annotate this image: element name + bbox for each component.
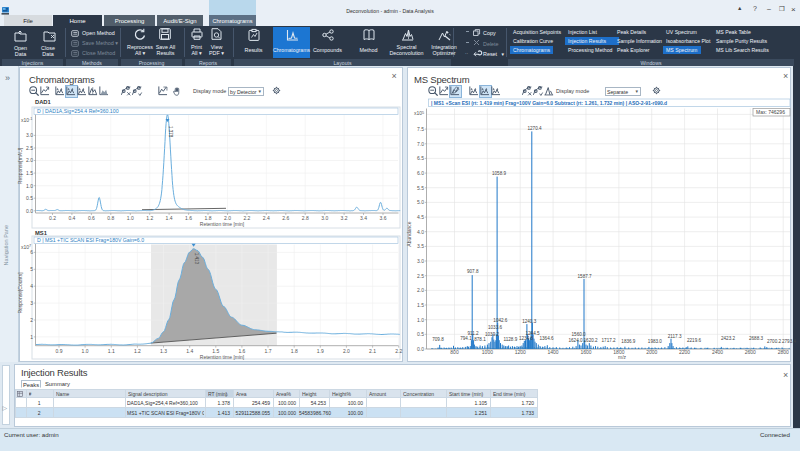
svg-text:2117.3: 2117.3: [668, 334, 682, 339]
svg-text:4.0: 4.0: [417, 229, 424, 235]
svg-text:2600: 2600: [745, 349, 756, 355]
svg-text:2700.2: 2700.2: [767, 339, 781, 344]
svg-text:1128.9: 1128.9: [504, 337, 518, 342]
svg-text:1.5: 1.5: [417, 302, 424, 308]
svg-text:794.1: 794.1: [460, 336, 472, 341]
svg-text:2200: 2200: [679, 349, 690, 355]
svg-text:0.5: 0.5: [26, 195, 33, 201]
svg-text:Max: 746296: Max: 746296: [756, 109, 785, 115]
svg-text:1.7: 1.7: [265, 348, 272, 354]
svg-text:911.2: 911.2: [467, 331, 479, 336]
svg-text:2.0: 2.0: [417, 287, 424, 293]
svg-text:0.2: 0.2: [49, 215, 56, 221]
svg-text:2.2: 2.2: [243, 215, 250, 221]
svg-text:2.5: 2.5: [26, 145, 33, 151]
svg-text:2.0: 2.0: [343, 348, 350, 354]
svg-text:3.6: 3.6: [380, 215, 387, 221]
svg-text:0.4: 0.4: [68, 215, 75, 221]
svg-text:3.5: 3.5: [417, 243, 424, 249]
svg-text:Abundance: Abundance: [406, 221, 412, 247]
svg-text:2219.6: 2219.6: [687, 338, 701, 343]
svg-text:1240.3: 1240.3: [522, 319, 536, 324]
svg-text:x10-1: x10-1: [21, 117, 32, 123]
svg-text:x105: x105: [414, 110, 424, 116]
svg-text:2400: 2400: [712, 349, 723, 355]
svg-text:6.0: 6.0: [417, 170, 424, 176]
svg-text:2800: 2800: [778, 349, 789, 355]
svg-text:1.0: 1.0: [127, 215, 134, 221]
svg-text:1: 1: [30, 334, 33, 340]
svg-text:1836.9: 1836.9: [621, 339, 635, 344]
svg-text:1.378: 1.378: [168, 126, 173, 138]
svg-text:800: 800: [450, 349, 459, 355]
svg-text:1033.6: 1033.6: [488, 325, 502, 330]
svg-text:1.3: 1.3: [160, 348, 167, 354]
svg-text:Retention time [min]: Retention time [min]: [200, 354, 245, 360]
svg-text:1270.4: 1270.4: [527, 126, 541, 131]
svg-text:1717.2: 1717.2: [602, 338, 616, 343]
svg-text:D | MS1 +TIC SCAN ESI Frag=180: D | MS1 +TIC SCAN ESI Frag=180V Gain=6.0: [37, 237, 144, 243]
svg-text:Response[Counts]: Response[Counts]: [17, 272, 23, 314]
svg-text:2.2: 2.2: [395, 348, 402, 354]
svg-text:0.0: 0.0: [417, 346, 424, 352]
svg-text:0.8: 0.8: [107, 215, 114, 221]
svg-text:D | DAD1A,Sig=254.4 Ref=360.10: D | DAD1A,Sig=254.4 Ref=360.100: [37, 108, 119, 114]
svg-text:1600: 1600: [580, 349, 591, 355]
svg-text:Retention time [min]: Retention time [min]: [200, 221, 245, 227]
svg-text:0.5: 0.5: [417, 331, 424, 337]
svg-text:1.5: 1.5: [26, 170, 33, 176]
svg-text:1.1: 1.1: [108, 348, 115, 354]
svg-text:1234.8: 1234.8: [519, 336, 533, 341]
svg-text:1.6: 1.6: [185, 215, 192, 221]
svg-text:1.4: 1.4: [186, 348, 193, 354]
svg-text:1.0: 1.0: [417, 317, 424, 323]
svg-text:1.2: 1.2: [146, 215, 153, 221]
svg-text:2.1: 2.1: [369, 348, 376, 354]
svg-text:0.6: 0.6: [88, 215, 95, 221]
svg-text:1.0: 1.0: [26, 183, 33, 189]
svg-text:0.0: 0.0: [26, 208, 33, 214]
svg-text:4.5: 4.5: [417, 214, 424, 220]
svg-text:1587.7: 1587.7: [578, 274, 592, 279]
svg-text:1620.2: 1620.2: [584, 338, 598, 343]
svg-text:2.5: 2.5: [417, 273, 424, 279]
svg-text:1.413: 1.413: [194, 253, 199, 265]
svg-text:1244.5: 1244.5: [525, 331, 539, 336]
svg-text:2000: 2000: [646, 349, 657, 355]
svg-text:2.0: 2.0: [26, 157, 33, 163]
svg-text:5: 5: [30, 266, 33, 272]
svg-text:3: 3: [30, 300, 33, 306]
svg-text:5.0: 5.0: [417, 199, 424, 205]
svg-text:3.0: 3.0: [26, 132, 33, 138]
svg-text:2.8: 2.8: [302, 215, 309, 221]
svg-text:1364.6: 1364.6: [539, 336, 553, 341]
svg-text:1058.9: 1058.9: [492, 171, 506, 176]
svg-text:2.4: 2.4: [263, 215, 270, 221]
svg-text:7.0: 7.0: [417, 141, 424, 147]
svg-text:2.6: 2.6: [282, 215, 289, 221]
svg-text:907.8: 907.8: [467, 269, 479, 274]
svg-text:6: 6: [30, 249, 33, 255]
svg-text:1624.0: 1624.0: [568, 338, 582, 343]
svg-text:1560.0: 1560.0: [572, 332, 586, 337]
svg-text:709.8: 709.8: [432, 337, 444, 342]
svg-text:6.5: 6.5: [417, 155, 424, 161]
svg-text:1039.2: 1039.2: [485, 332, 499, 337]
svg-text:7.5: 7.5: [417, 126, 424, 132]
svg-text:4: 4: [30, 283, 33, 289]
svg-text:Response[mAU]: Response[mAU]: [17, 147, 23, 184]
svg-text:0.9: 0.9: [56, 348, 63, 354]
svg-text:2: 2: [30, 317, 33, 323]
svg-text:| MS1 +Scan ESI (rt: 1.419 min: | MS1 +Scan ESI (rt: 1.419 min) Frag=100…: [431, 100, 667, 106]
svg-text:1.8: 1.8: [291, 348, 298, 354]
svg-text:1000: 1000: [482, 349, 493, 355]
svg-text:1.4: 1.4: [166, 215, 173, 221]
svg-text:1042.6: 1042.6: [493, 318, 507, 323]
svg-text:2688.3: 2688.3: [749, 336, 763, 341]
svg-text:3.0: 3.0: [417, 258, 424, 264]
svg-text:1200: 1200: [515, 349, 526, 355]
svg-text:3.0: 3.0: [321, 215, 328, 221]
svg-text:1.0: 1.0: [82, 348, 89, 354]
svg-text:1983.0: 1983.0: [648, 339, 662, 344]
svg-text:3.2: 3.2: [341, 215, 348, 221]
